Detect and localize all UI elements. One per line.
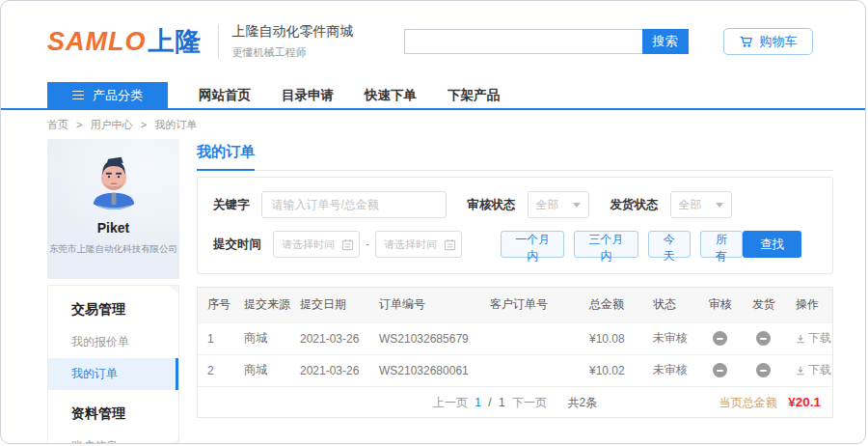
avatar (84, 152, 144, 215)
cell-order-no: WS21032680061 (369, 354, 480, 386)
cell-status: 未审核 (643, 354, 699, 386)
prev-page-button[interactable]: 上一页 (433, 396, 468, 409)
table-footer: 上一页 1 / 1 下一页 共2条 当页总金额 ¥20.1 (198, 386, 832, 417)
find-button[interactable]: 查找 (743, 231, 801, 258)
nav-item-discontinued[interactable]: 下架产品 (448, 82, 500, 108)
col-header-audit: 审核 (699, 288, 743, 322)
audit-status-value: 全部 (536, 197, 559, 213)
col-header-amount: 总金额 (580, 288, 643, 322)
quick-filter-today[interactable]: 今天 (648, 231, 691, 258)
header-search: 搜索 (404, 29, 689, 54)
breadcrumb-separator: > (141, 119, 147, 130)
breadcrumb-user-center[interactable]: 用户中心 (91, 119, 133, 130)
current-page: 1 (475, 396, 481, 409)
summary-value: ¥20.1 (788, 395, 821, 409)
top-header: SAMLO上隆 上隆自动化零件商城 更懂机械工程师 搜索 购物车 (1, 1, 865, 82)
date-to-wrap (375, 231, 462, 258)
calendar-icon[interactable] (341, 237, 354, 255)
cell-source: 商城 (234, 322, 290, 354)
table-row: 1 商城 2021-03-26 WS21032685679 ¥10.08 未审核… (198, 322, 832, 354)
col-header-action: 操作 (786, 288, 832, 322)
submit-time-label: 提交时间 (213, 237, 261, 253)
col-header-ship: 发货 (743, 288, 786, 322)
download-icon (796, 334, 805, 344)
ship-status-label: 发货状态 (610, 197, 659, 213)
category-tab-label: 产品分类 (93, 87, 143, 104)
page-separator: / (488, 396, 491, 409)
quick-filter-three-months[interactable]: 三个月内 (574, 231, 637, 258)
cell-customer-order-no (480, 354, 580, 386)
keyword-input[interactable] (261, 191, 447, 218)
cart-button[interactable]: 购物车 (723, 28, 813, 55)
ship-minus-circle-icon (756, 331, 771, 346)
brand-logo[interactable]: SAMLO上隆 (47, 24, 203, 59)
col-header-source: 提交来源 (234, 288, 290, 322)
cell-no: 1 (198, 322, 234, 354)
title-row: 我的订单 (197, 143, 833, 171)
nav-item-quick-order[interactable]: 快速下单 (365, 82, 417, 108)
ship-status-value: 全部 (679, 197, 702, 213)
download-icon (796, 366, 805, 376)
tagline-main: 上隆自动化零件商城 (232, 23, 354, 41)
taglines: 上隆自动化零件商城 更懂机械工程师 (232, 23, 354, 60)
nav-item-catalog-apply[interactable]: 目录申请 (282, 82, 334, 108)
sidebar-item-account-info[interactable]: 账户信息 (48, 431, 178, 444)
sidebar-item-my-orders[interactable]: 我的订单 (48, 358, 178, 390)
logo-text-cn: 上隆 (149, 27, 203, 56)
cell-source: 商城 (234, 354, 290, 386)
breadcrumb: 首页 > 用户中心 > 我的订单 (1, 110, 865, 137)
menu-section-data: 资料管理 (48, 390, 178, 431)
ship-status-select[interactable]: 全部 (670, 191, 732, 218)
col-header-no: 序号 (198, 288, 234, 322)
chevron-down-icon (573, 203, 581, 208)
header-search-input[interactable] (404, 29, 642, 54)
breadcrumb-home[interactable]: 首页 (47, 119, 68, 130)
nav-item-home[interactable]: 网站首页 (199, 82, 251, 108)
cell-no: 2 (198, 354, 234, 386)
logo-text-en: SAMLO (47, 27, 147, 56)
profile-name: Piket (47, 220, 179, 236)
profile-company: 东莞市上隆自动化科技有限公司 (47, 243, 179, 256)
body-wrap: Piket 东莞市上隆自动化科技有限公司 交易管理 我的报价单 我的订单 资料管… (1, 137, 865, 444)
total-count: 共2条 (567, 396, 597, 409)
cell-amount: ¥10.02 (580, 354, 643, 386)
product-category-tab[interactable]: 产品分类 (47, 82, 168, 108)
quick-filter-one-month[interactable]: 一个月内 (501, 231, 564, 258)
sidebar-item-my-quotes[interactable]: 我的报价单 (48, 326, 178, 358)
cell-date: 2021-03-26 (290, 354, 369, 386)
hamburger-icon (72, 91, 84, 100)
profile-card: Piket 东莞市上隆自动化科技有限公司 (47, 139, 179, 279)
orders-table-box: 序号 提交来源 提交日期 订单编号 客户订单号 总金额 状态 审核 发货 操作 (197, 287, 833, 418)
page-title: 我的订单 (197, 143, 255, 171)
orders-table: 序号 提交来源 提交日期 订单编号 客户订单号 总金额 状态 审核 发货 操作 (198, 288, 832, 386)
main-content: 我的订单 关键字 审核状态 全部 发货状态 全部 (197, 139, 833, 418)
keyword-label: 关键字 (213, 197, 250, 213)
next-page-button[interactable]: 下一页 (512, 396, 547, 409)
page-total-summary: 当页总金额 ¥20.1 (719, 387, 821, 418)
header-search-button[interactable]: 搜索 (642, 29, 689, 54)
cart-label: 购物车 (760, 33, 798, 50)
cart-icon (739, 34, 754, 49)
table-row: 2 商城 2021-03-26 WS21032680061 ¥10.02 未审核… (198, 354, 832, 386)
col-header-status: 状态 (643, 288, 699, 322)
download-link[interactable]: 下载 (796, 330, 831, 347)
download-link[interactable]: 下载 (796, 362, 831, 378)
audit-status-select[interactable]: 全部 (528, 191, 589, 218)
cell-date: 2021-03-26 (290, 322, 369, 354)
summary-label: 当页总金额 (719, 396, 777, 409)
quick-filter-all[interactable]: 所有 (700, 231, 743, 258)
audit-minus-circle-icon (713, 331, 727, 346)
table-header-row: 序号 提交来源 提交日期 订单编号 客户订单号 总金额 状态 审核 发货 操作 (198, 288, 832, 322)
sidebar: Piket 东莞市上隆自动化科技有限公司 交易管理 我的报价单 我的订单 资料管… (47, 139, 179, 444)
calendar-icon[interactable] (444, 237, 456, 255)
total-pages: 1 (499, 396, 505, 409)
col-header-date: 提交日期 (290, 288, 369, 322)
cell-order-no: WS21032685679 (369, 322, 480, 354)
cell-amount: ¥10.08 (580, 322, 643, 354)
order-page: SAMLO上隆 上隆自动化零件商城 更懂机械工程师 搜索 购物车 产品分类 (0, 0, 866, 444)
tagline-sub: 更懂机械工程师 (232, 45, 354, 60)
filter-panel: 关键字 审核状态 全部 发货状态 全部 提交时间 (197, 177, 833, 274)
main-nav: 产品分类 网站首页 目录申请 快速下单 下架产品 (1, 82, 865, 110)
sidebar-menu: 交易管理 我的报价单 我的订单 资料管理 账户信息 地址管理 (47, 285, 179, 444)
col-header-customer-order-no: 客户订单号 (480, 288, 580, 322)
